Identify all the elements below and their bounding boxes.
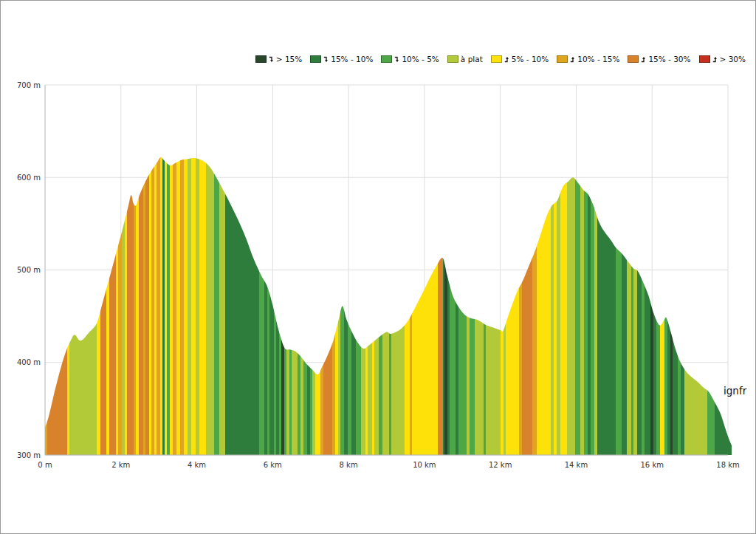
legend-item-label: > 30% [720, 55, 746, 64]
x-axis-label: 8 km [340, 461, 358, 469]
ascent-arrow-icon [712, 55, 718, 64]
slope-band-flat [196, 85, 199, 455]
x-axis-label: 10 km [413, 461, 436, 469]
legend-item-flat: à plat [447, 55, 483, 64]
slope-band-d10 [622, 85, 627, 455]
attribution-label: ignfr [724, 385, 746, 397]
y-axis-label: 700 m [17, 81, 41, 89]
slope-band-u5 [160, 85, 162, 455]
legend-item-u15: 15% - 30% [628, 55, 690, 64]
legend-swatch [699, 55, 710, 63]
slope-band-u15 [139, 85, 142, 455]
slope-band-flat [122, 85, 125, 455]
slope-band-u15 [145, 85, 149, 455]
ascent-arrow-icon [504, 55, 510, 64]
slope-band-u10 [180, 85, 184, 455]
descent-arrow-icon [394, 55, 400, 64]
legend-item-label: 10% - 15% [577, 55, 619, 64]
slope-band-flat [219, 85, 225, 455]
slope-band-u5 [554, 85, 557, 455]
legend-item-label: 5% - 10% [512, 55, 549, 64]
slope-band-u5 [154, 85, 157, 455]
slope-band-d5 [591, 85, 594, 455]
legend-item-d10: 15% - 10% [310, 55, 373, 64]
y-axis-label: 500 m [17, 266, 41, 274]
slope-band-flat [580, 85, 584, 455]
slope-band-d5 [214, 85, 220, 455]
slope-band-u10 [532, 85, 537, 455]
slope-band-flat [627, 85, 631, 455]
slope-band-d5 [616, 85, 622, 455]
slope-band-d5 [584, 85, 588, 455]
slope-band-u10 [134, 85, 136, 455]
legend-swatch [491, 55, 502, 63]
legend-swatch [447, 55, 458, 63]
elevation-chart: 300 m400 m500 m600 m700 m0 m2 km4 km6 km… [1, 1, 756, 534]
slope-band-d5 [167, 85, 169, 455]
slope-band-d10 [225, 85, 259, 455]
slope-band-u5 [165, 85, 167, 455]
slope-band-flat [633, 85, 637, 455]
slope-band-u5 [116, 85, 118, 455]
slope-band-u5 [176, 85, 180, 455]
x-axis-label: 12 km [489, 461, 512, 469]
ascent-arrow-icon [641, 55, 647, 64]
slope-band-u15 [438, 85, 443, 455]
legend-swatch [310, 55, 321, 63]
slope-band-u15 [127, 85, 134, 455]
legend-item-label: > 15% [276, 55, 302, 64]
slope-band-u10 [157, 85, 160, 455]
slope-band-u5 [560, 85, 566, 455]
slope-band-flat [206, 85, 213, 455]
slope-band-u10 [151, 85, 154, 455]
ascent-arrow-icon [570, 55, 576, 64]
legend-item-label: 15% - 30% [648, 55, 690, 64]
slope-band-u5 [125, 85, 127, 455]
x-axis-label: 14 km [565, 461, 588, 469]
y-axis-label: 600 m [17, 174, 41, 182]
x-axis-label: 4 km [188, 461, 206, 469]
y-axis-label: 400 m [17, 358, 41, 366]
x-axis-label: 16 km [641, 461, 664, 469]
descent-arrow-icon [323, 55, 329, 64]
legend-item-label: 10% - 5% [402, 55, 439, 64]
legend-item-u5: 5% - 10% [491, 55, 549, 64]
y-axis-label: 300 m [17, 451, 41, 459]
slope-band-d10 [443, 85, 444, 455]
descent-arrow-icon [269, 55, 275, 64]
legend-swatch [255, 55, 267, 63]
legend-swatch [557, 55, 568, 63]
legend-item-d15: > 15% [255, 55, 302, 64]
slope-band-flat [188, 85, 191, 455]
slope-band-u5 [537, 85, 551, 455]
slope-band-d10 [597, 85, 616, 455]
legend-item-label: à plat [461, 55, 483, 64]
slope-band-u5 [149, 85, 151, 455]
x-axis-label: 6 km [264, 461, 282, 469]
slope-band-d10 [162, 85, 165, 455]
slope-band-u5 [199, 85, 206, 455]
slope-band-flat [557, 85, 560, 455]
slope-band-u5 [184, 85, 188, 455]
slope-band-d10 [588, 85, 591, 455]
elevation-profile-page: 300 m400 m500 m600 m700 m0 m2 km4 km6 km… [0, 0, 756, 534]
x-axis-label: 2 km [111, 461, 130, 469]
legend-swatch [628, 55, 639, 63]
slope-band-u5 [136, 85, 139, 455]
legend: > 15%15% - 10%10% - 5%à plat5% - 10%10% … [255, 55, 746, 64]
x-axis-label: 18 km [716, 461, 739, 469]
slope-band-flat [567, 85, 576, 455]
slope-band-u10 [143, 85, 145, 455]
slope-band-d5 [631, 85, 633, 455]
slope-band-u5 [191, 85, 196, 455]
slope-band-u5 [170, 85, 173, 455]
legend-item-u10: 10% - 15% [557, 55, 619, 64]
slope-band-flat [551, 85, 554, 455]
legend-item-d5: 10% - 5% [381, 55, 439, 64]
legend-item-label: 15% - 10% [331, 55, 373, 64]
legend-item-u30: > 30% [699, 55, 746, 64]
slope-band-u10 [173, 85, 176, 455]
legend-swatch [381, 55, 392, 63]
slope-band-flat [594, 85, 597, 455]
x-axis-label: 0 m [38, 461, 52, 469]
